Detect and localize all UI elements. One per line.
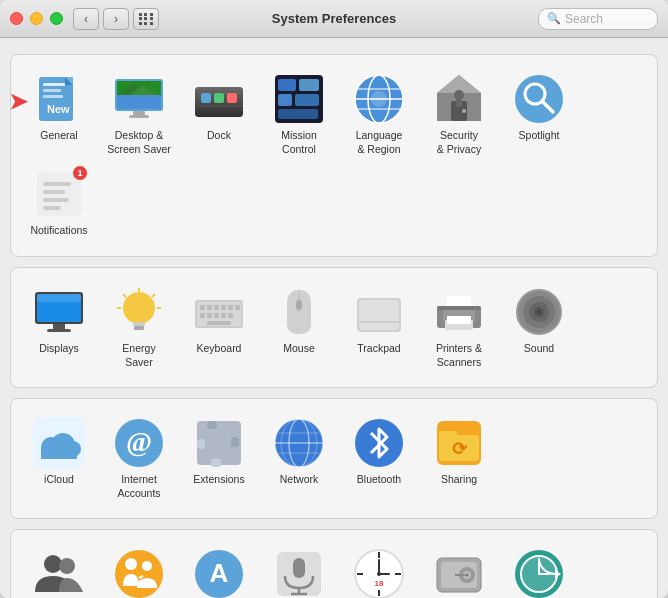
svg-line-58 [152,294,155,297]
svg-rect-73 [228,313,233,318]
forward-button[interactable]: › [103,8,129,30]
mission-icon [273,73,325,125]
security-label: Security& Privacy [437,129,481,156]
users-icon [33,548,85,598]
titlebar: ‹ › System Preferences 🔍 Search [0,0,668,38]
close-button[interactable] [10,12,23,25]
search-box[interactable]: 🔍 Search [538,8,658,30]
pref-item-printers[interactable]: Printers &Scanners [419,280,499,375]
svg-rect-64 [207,305,212,310]
svg-point-33 [371,91,387,107]
pref-item-energy[interactable]: EnergySaver [99,280,179,375]
svg-rect-55 [134,326,144,330]
svg-rect-54 [133,322,145,326]
pref-item-desktop[interactable]: Desktop &Screen Saver [99,67,179,162]
svg-rect-97 [41,451,77,459]
pref-item-network[interactable]: Network [259,411,339,506]
pref-item-trackpad[interactable]: Trackpad [339,280,419,375]
pref-item-language[interactable]: Language& Region [339,67,419,162]
svg-rect-101 [207,421,217,429]
back-button[interactable]: ‹ [73,8,99,30]
pref-item-datetime[interactable]: 18 Date & Time [339,542,419,598]
svg-text:18: 18 [375,579,384,588]
svg-text:New: New [47,103,70,115]
pref-item-timemachine[interactable]: TimeMachine [499,542,579,598]
svg-point-38 [454,90,464,100]
section-internet: iCloud @ InternetAccounts [10,398,658,519]
pref-item-icloud[interactable]: iCloud [19,411,99,506]
keyboard-label: Keyboard [197,342,242,356]
appstore-icon: A [193,548,245,598]
svg-point-91 [537,310,541,314]
pref-item-spotlight[interactable]: Spotlight [499,67,579,162]
svg-rect-68 [235,305,240,310]
svg-rect-10 [117,95,161,109]
svg-rect-83 [447,316,471,324]
pref-item-internet-accounts[interactable]: @ InternetAccounts [99,411,179,506]
svg-rect-104 [197,439,205,449]
dock-icon [193,73,245,125]
svg-rect-65 [214,305,219,310]
svg-rect-39 [456,99,462,107]
extensions-label: Extensions [193,473,244,487]
grid-view-button[interactable] [133,8,159,30]
dictation-icon [273,548,325,598]
svg-rect-72 [221,313,226,318]
energy-icon [113,286,165,338]
traffic-lights [10,12,63,25]
dock-label: Dock [207,129,231,143]
pref-item-dock[interactable]: Dock [179,67,259,162]
notifications-icon: 1 [33,168,85,220]
desktop-label: Desktop &Screen Saver [107,129,171,156]
sharing-icon: ⟳ [433,417,485,469]
section-system: Users &Groups [10,529,658,598]
svg-rect-17 [201,93,211,103]
minimize-button[interactable] [30,12,43,25]
pref-item-extensions[interactable]: Extensions [179,411,259,506]
pref-item-sharing[interactable]: ⟳ Sharing [419,411,499,506]
pref-item-bluetooth[interactable]: Bluetooth [339,411,419,506]
parental-icon [113,548,165,598]
pref-item-mission[interactable]: MissionControl [259,67,339,162]
extensions-icon [193,417,245,469]
pref-item-sound[interactable]: Sound [499,280,579,375]
svg-rect-70 [207,313,212,318]
svg-rect-14 [129,115,149,118]
pref-item-security[interactable]: Security& Privacy [419,67,499,162]
maximize-button[interactable] [50,12,63,25]
svg-rect-26 [278,109,318,119]
sound-icon [513,286,565,338]
pref-item-mouse[interactable]: Mouse [259,280,339,375]
svg-rect-69 [200,313,205,318]
personal-icons-row: ➤ New Ge [19,67,649,244]
pref-item-keyboard[interactable]: Keyboard [179,280,259,375]
svg-rect-46 [43,198,69,202]
pref-item-notifications[interactable]: 1 Notifications [19,162,99,244]
pref-item-appstore[interactable]: A App Store [179,542,259,598]
mission-label: MissionControl [281,129,317,156]
pref-item-parental[interactable]: ParentalControls [99,542,179,598]
pref-item-startup[interactable]: StartupDisk [419,542,499,598]
pref-item-displays[interactable]: Displays [19,280,99,375]
svg-rect-18 [214,93,224,103]
svg-point-40 [515,75,563,123]
svg-rect-25 [295,94,319,106]
svg-rect-1 [43,83,65,86]
pref-item-users[interactable]: Users &Groups [19,542,99,598]
pref-item-general[interactable]: ➤ New Ge [19,67,99,162]
pref-item-dictation[interactable]: Dictation& Speech [259,542,339,598]
trackpad-label: Trackpad [357,342,400,356]
search-placeholder: Search [565,12,603,26]
network-icon [273,417,325,469]
system-icons-row: Users &Groups [19,542,649,598]
svg-rect-74 [207,321,231,325]
preferences-content: ➤ New Ge [0,38,668,598]
internet-accounts-icon: @ [113,417,165,469]
icloud-icon [33,417,85,469]
bluetooth-icon [353,417,405,469]
svg-rect-45 [43,190,65,194]
svg-rect-126 [293,558,305,578]
energy-label: EnergySaver [122,342,155,369]
back-arrow-indicator: ➤ [9,89,27,115]
keyboard-icon [193,286,245,338]
